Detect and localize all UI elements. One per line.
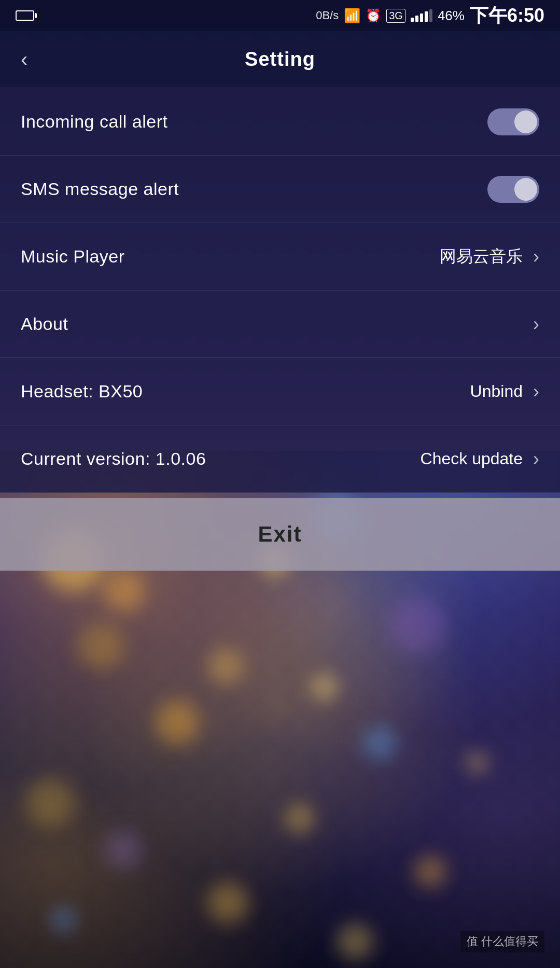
back-button[interactable]: ‹ — [16, 43, 33, 76]
music-player-chevron-icon: › — [533, 246, 539, 268]
headset-row[interactable]: Headset: BX50 Unbind › — [0, 358, 560, 425]
sms-message-alert-label: SMS message alert — [21, 179, 179, 199]
music-player-label: Music Player — [21, 246, 125, 267]
battery-percent-label: 46% — [438, 8, 465, 24]
incoming-call-alert-toggle[interactable] — [487, 108, 539, 135]
incoming-call-alert-row[interactable]: Incoming call alert — [0, 88, 560, 156]
incoming-call-alert-right — [487, 108, 539, 135]
about-row[interactable]: About › — [0, 291, 560, 358]
headset-label: Headset: BX50 — [21, 381, 143, 402]
status-right: 0B/s 📶 ⏰ 3G 46% 下午6:50 — [316, 3, 544, 29]
incoming-call-alert-label: Incoming call alert — [21, 112, 168, 132]
headset-right: Unbind › — [470, 381, 539, 403]
check-update-label[interactable]: Check update — [421, 449, 523, 468]
about-label: About — [21, 314, 68, 334]
status-left — [16, 10, 34, 21]
settings-list: Incoming call alert SMS message alert Mu… — [0, 88, 560, 493]
exit-button[interactable]: Exit — [0, 498, 560, 571]
headset-action-label: Unbind — [470, 382, 523, 401]
network-type-label: 3G — [386, 9, 405, 23]
status-bar: 0B/s 📶 ⏰ 3G 46% 下午6:50 — [0, 0, 560, 31]
about-right: › — [533, 313, 539, 335]
music-player-right: 网易云音乐 › — [440, 245, 539, 268]
headset-chevron-icon: › — [533, 381, 539, 403]
sms-message-alert-toggle[interactable] — [487, 176, 539, 203]
toggle-thumb-incoming — [514, 110, 537, 133]
clock-icon: ⏰ — [366, 8, 381, 23]
version-right: Check update › — [421, 448, 539, 470]
bluetooth-icon: 📶 — [344, 8, 360, 24]
sms-message-alert-row[interactable]: SMS message alert — [0, 156, 560, 223]
music-player-value: 网易云音乐 — [440, 245, 523, 268]
battery-icon — [16, 10, 34, 21]
watermark: 值 什么值得买 — [460, 931, 544, 952]
signal-bars — [411, 9, 432, 22]
version-row[interactable]: Current version: 1.0.06 Check update › — [0, 425, 560, 493]
version-chevron-icon: › — [533, 448, 539, 470]
page-title: Setting — [245, 48, 315, 71]
sms-message-alert-right — [487, 176, 539, 203]
about-chevron-icon: › — [533, 313, 539, 335]
network-speed-label: 0B/s — [316, 9, 339, 22]
music-player-row[interactable]: Music Player 网易云音乐 › — [0, 223, 560, 291]
time-display: 下午6:50 — [470, 3, 544, 29]
exit-section: Exit — [0, 498, 560, 571]
toggle-thumb-sms — [514, 178, 537, 201]
app-header: ‹ Setting — [0, 31, 560, 88]
version-label: Current version: 1.0.06 — [21, 449, 206, 469]
